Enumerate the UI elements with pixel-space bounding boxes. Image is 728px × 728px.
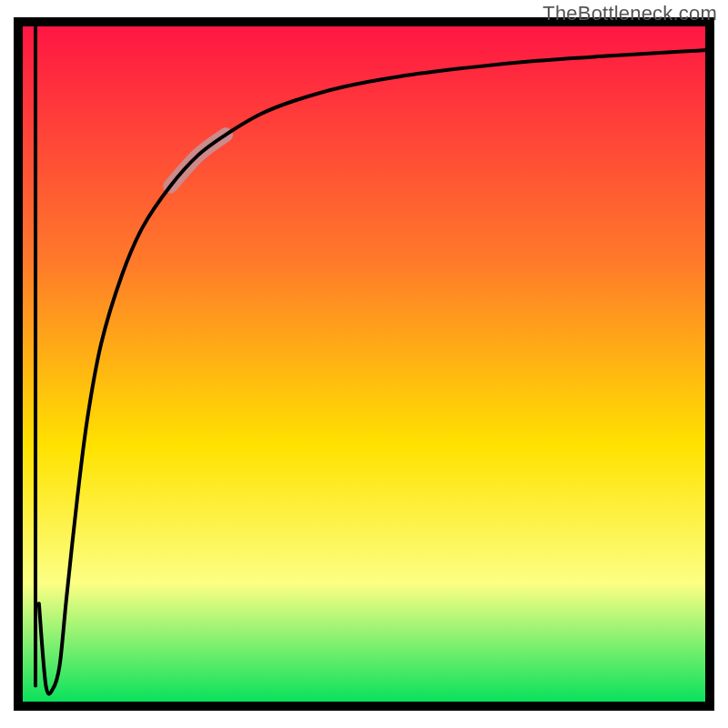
gradient-background: [18, 22, 710, 706]
plot-area: [18, 22, 710, 706]
chart-container: TheBottleneck.com: [0, 0, 728, 728]
bottleneck-chart: [0, 0, 728, 728]
watermark-label: TheBottleneck.com: [542, 2, 717, 25]
